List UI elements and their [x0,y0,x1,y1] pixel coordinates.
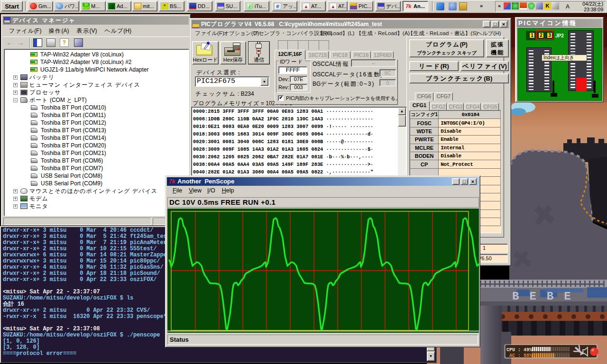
svg-text:BEBE: BEBE [512,290,581,303]
svg-text:CPU : 49%: CPU : 49% [506,347,532,353]
svg-text:AC : 58%: AC : 58% [509,353,532,358]
